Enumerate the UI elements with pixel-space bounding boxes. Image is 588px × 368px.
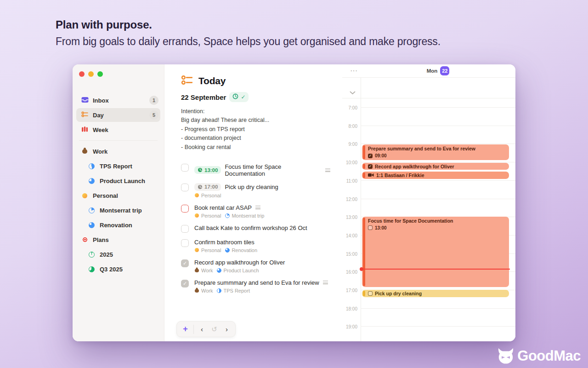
calendar-event[interactable]: 1:1 Bastiaan / Frikkie <box>362 172 509 179</box>
task-tag[interactable]: Personal <box>194 247 221 253</box>
add-task-button[interactable]: + <box>179 323 192 336</box>
calendar-event[interactable]: Prepare summmary and send to Eva for rev… <box>362 144 509 160</box>
undo-button[interactable]: ↺ <box>208 323 220 336</box>
window-controls <box>79 71 103 77</box>
event-checkbox[interactable] <box>368 164 373 169</box>
hour-label: 8:00 <box>342 124 357 129</box>
intention-line: - documentation project <box>181 134 330 143</box>
sidebar-item-product-launch[interactable]: Product Launch <box>73 173 164 188</box>
intention-line: - Booking car rental <box>181 143 330 152</box>
sidebar-item-tps-report[interactable]: TPS Report <box>73 159 164 173</box>
sidebar-item-inbox[interactable]: Inbox1 <box>73 93 164 108</box>
current-time-indicator <box>361 269 510 270</box>
sidebar-item-week[interactable]: Week <box>73 122 164 137</box>
sidebar-item-label: Montserrat trip <box>100 207 142 214</box>
hour-label: 11:00 <box>342 178 357 184</box>
event-title: Record app walkthrough for Oliver <box>375 164 454 169</box>
count-badge: 5 <box>149 110 158 120</box>
sidebar-item-day[interactable]: Day5 <box>73 108 164 122</box>
task-row[interactable]: Record app walkthrough for OliverWorkPro… <box>181 259 330 273</box>
calendar-pane: ··· Mon 22 7:008:009:0010:0011:0012:0013… <box>342 64 515 341</box>
task-checkbox[interactable] <box>181 280 189 288</box>
task-title: Pick up dry cleaning <box>225 184 278 190</box>
sidebar-item-2025[interactable]: 2025 <box>73 247 164 262</box>
event-title: Pick up dry cleaning <box>375 291 422 296</box>
calendar-event[interactable]: Record app walkthrough for Oliver <box>362 163 509 170</box>
calendar-grid: 7:008:009:0010:0011:0012:0013:0014:0015:… <box>342 64 515 341</box>
main-pane: Today 22 September ✓ Intention:Big day a… <box>164 64 342 341</box>
event-checkbox[interactable] <box>368 154 373 158</box>
task-checkbox[interactable] <box>181 164 189 172</box>
task-tag[interactable]: Renovation <box>225 247 257 253</box>
sidebar-item-personal[interactable]: Personal <box>73 188 164 203</box>
task-body: 17:00Pick up dry cleaningPersonal <box>194 183 278 198</box>
task-tag-label: Personal <box>201 213 221 218</box>
task-row[interactable]: Book rental car ASAPPersonalMontserrat t… <box>181 204 330 218</box>
task-tag-label: TPS Report <box>223 288 249 293</box>
task-row[interactable]: Call back Kate to confirm workshop 26 Oc… <box>181 224 330 233</box>
sidebar-item-label: Plans <box>93 236 109 243</box>
hour-gridline <box>361 199 515 199</box>
event-checkbox[interactable] <box>368 225 373 230</box>
sidebar-item-montserrat-trip[interactable]: Montserrat trip <box>73 203 164 218</box>
task-body: Prepare summmary and send to Eva for rev… <box>194 279 328 293</box>
sidebar-item-label: Inbox <box>93 97 109 104</box>
event-time-label: 09:00 <box>375 153 387 158</box>
sidebar-item-q3-2025[interactable]: Q3 2025 <box>73 262 164 276</box>
bottom-toolbar: + ‹ ↺ › <box>176 321 236 337</box>
task-checkbox[interactable] <box>181 259 189 267</box>
previous-day-button[interactable]: ‹ <box>196 323 208 336</box>
sidebar-item-renovation[interactable]: Renovation <box>73 218 164 232</box>
task-tag[interactable]: TPS Report <box>217 288 249 293</box>
task-row[interactable]: 13:00Focus time for Space Documentation <box>181 163 330 177</box>
calendar-event[interactable]: Focus time for Space Documentation13:00 <box>362 217 509 287</box>
zoom-window-button[interactable] <box>97 71 103 77</box>
sidebar-item-label: Week <box>93 126 108 133</box>
hour-gridline <box>361 326 515 327</box>
inbox-icon <box>81 97 89 104</box>
task-body: Call back Kate to confirm workshop 26 Oc… <box>194 224 307 231</box>
task-tag[interactable]: Product Launch <box>217 268 259 273</box>
task-checkbox[interactable] <box>181 184 189 191</box>
task-tag[interactable]: Work <box>194 288 213 293</box>
hour-label: 10:00 <box>342 160 357 165</box>
task-row[interactable]: Confirm bathroom tilesPersonalRenovation <box>181 239 330 253</box>
task-tag[interactable]: Personal <box>194 213 221 218</box>
minimize-window-button[interactable] <box>88 71 94 77</box>
task-tag[interactable]: Personal <box>194 193 221 198</box>
event-checkbox[interactable] <box>368 291 373 296</box>
page-header: Today <box>181 74 330 88</box>
task-tag-label: Work <box>201 288 213 293</box>
intention-note[interactable]: Intention:Big day ahead! These are criti… <box>181 107 330 152</box>
task-time-label: 13:00 <box>204 167 218 173</box>
calendar-event[interactable]: Pick up dry cleaning <box>362 290 509 297</box>
next-day-button[interactable]: › <box>220 323 233 336</box>
sidebar-item-work[interactable]: Work <box>73 144 164 159</box>
task-body: Record app walkthrough for OliverWorkPro… <box>194 259 285 273</box>
task-row[interactable]: 17:00Pick up dry cleaningPersonal <box>181 183 330 198</box>
date-status-badge[interactable]: ✓ <box>229 92 249 102</box>
sidebar: Inbox1Day5WeekWorkTPS ReportProduct Laun… <box>73 64 164 341</box>
sidebar-item-plans[interactable]: Plans <box>73 232 164 247</box>
task-tag[interactable]: Work <box>194 268 213 273</box>
date-label: 22 September <box>181 93 226 101</box>
task-row[interactable]: Prepare summmary and send to Eva for rev… <box>181 279 330 293</box>
intention-label: Intention: <box>181 107 330 116</box>
hero-subtitle: From big goals to daily errands, Space h… <box>56 35 441 48</box>
intention-line: - Progress on TPS report <box>181 125 330 134</box>
progress-pie-icon <box>89 222 95 228</box>
task-tag-label: Personal <box>201 247 221 253</box>
date-row: 22 September ✓ <box>181 92 330 102</box>
task-checkbox[interactable] <box>181 239 189 247</box>
sidebar-item-label: Day <box>93 112 104 119</box>
app-window: Inbox1Day5WeekWorkTPS ReportProduct Laun… <box>73 64 515 341</box>
sidebar-item-label: 2025 <box>100 251 113 258</box>
task-checkbox[interactable] <box>181 225 189 233</box>
sidebar-item-label: TPS Report <box>100 163 132 170</box>
day-view-icon <box>181 74 193 88</box>
task-tag[interactable]: Montserrat trip <box>225 213 264 218</box>
close-window-button[interactable] <box>79 71 85 77</box>
hour-label: 13:00 <box>342 215 357 220</box>
sidebar-item-label: Personal <box>93 192 118 199</box>
task-checkbox[interactable] <box>181 205 189 213</box>
